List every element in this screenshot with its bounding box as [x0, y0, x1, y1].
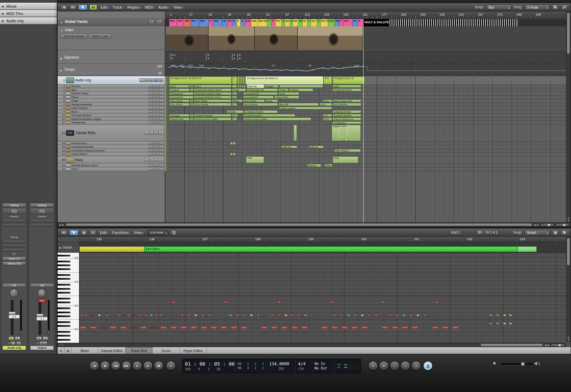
midi-note[interactable] [297, 314, 300, 316]
marker-pa[interactable]: PA [228, 19, 232, 26]
track-header-19[interactable]: 19EVP88 Electric PianoHRMS [58, 164, 165, 168]
track-header-8[interactable]: 8Cello SectionHRMS [58, 106, 165, 110]
link-icon[interactable] [69, 5, 76, 10]
black-key[interactable] [58, 335, 70, 337]
marker-ent[interactable]: ENT [169, 19, 177, 26]
track-s-button[interactable]: S [160, 146, 163, 148]
midi-note[interactable] [271, 326, 277, 329]
scroll-left-icon[interactable]: ◀ [544, 344, 546, 347]
rewind-button[interactable]: ◀◀ [111, 361, 120, 371]
region[interactable]: Tru [323, 114, 332, 117]
stop-button[interactable]: ■ [133, 361, 142, 371]
track-s-button[interactable]: S [160, 149, 163, 152]
pause-button[interactable]: ▮▮ [154, 361, 163, 371]
marker-c[interactable]: C [290, 19, 293, 26]
marker-ext-w[interactable]: EXT W [258, 19, 267, 26]
track-m-button[interactable]: M [156, 92, 160, 95]
region[interactable]: co S [319, 103, 332, 106]
midi-note[interactable] [261, 326, 267, 329]
marker-c[interactable]: C [317, 19, 321, 26]
midi-note[interactable] [340, 314, 343, 316]
track-header-7[interactable]: 7String EnsembleHRMS [58, 103, 165, 107]
track-s-button[interactable]: S [160, 164, 163, 167]
track-h-button[interactable]: H [148, 88, 152, 91]
black-key[interactable] [58, 302, 70, 303]
region[interactable]: Blues Organ (Mo [333, 99, 361, 103]
track-h-button[interactable]: H [148, 96, 152, 98]
global-tracks-bar[interactable]: Global Tracks + + [58, 18, 165, 26]
midi-note[interactable] [172, 301, 175, 303]
panel-midi-thru[interactable]: ▶MIDI Thru [0, 10, 57, 17]
marker-c[interactable]: C [267, 19, 271, 26]
region[interactable]: Basses [307, 164, 321, 167]
track-s-button[interactable]: S [160, 92, 163, 95]
black-key[interactable] [58, 321, 70, 323]
region[interactable] [339, 127, 348, 137]
midi-note[interactable] [151, 326, 156, 329]
track-m-button[interactable]: M [156, 103, 160, 106]
region[interactable]: Inst 1 [194, 85, 231, 88]
marker-col[interactable]: COL [251, 19, 258, 26]
midi-note[interactable] [243, 314, 246, 316]
track-s-button[interactable]: S [159, 158, 163, 162]
midi-note[interactable] [362, 326, 368, 329]
scroll-left-icon[interactable]: ◀ [59, 224, 61, 226]
marker-ext[interactable]: EXT [177, 19, 184, 26]
track-header-18[interactable]: 18HarpHRMS [58, 156, 165, 164]
track-s-button[interactable]: S [160, 168, 163, 171]
marker-dh[interactable]: DH [293, 19, 298, 26]
track-header-17[interactable]: 17extra strikersHRMS [58, 153, 165, 156]
mute-button[interactable]: M [36, 337, 42, 340]
track-r-button[interactable]: R [152, 99, 156, 102]
track-s-button[interactable]: S [160, 121, 163, 124]
region[interactable]: Chorused Electric Piano [194, 96, 231, 99]
midi-note[interactable] [171, 326, 177, 329]
region[interactable]: Harp [246, 156, 264, 163]
marker-ex[interactable]: EX [285, 19, 290, 26]
marker-exti[interactable]: EXTI [328, 19, 335, 26]
menu-audio[interactable]: Audio [157, 5, 171, 10]
black-key[interactable] [58, 278, 70, 280]
track-header-5[interactable]: 5PianoHRMS [58, 96, 165, 99]
region[interactable]: Chor [279, 92, 299, 95]
region[interactable]: Classical Ensem [244, 110, 278, 113]
track-header-13[interactable]: 13EXSTubular BellsHRMS [58, 125, 165, 142]
midi-note[interactable] [354, 314, 357, 316]
drag-dropdown[interactable]: X-Fade [524, 5, 550, 10]
track-s-button[interactable]: S [160, 117, 163, 120]
region[interactable]: Cl [232, 96, 237, 99]
automation-mode-button[interactable]: Off [2, 283, 26, 287]
region[interactable]: MIDI R [309, 146, 324, 149]
track-m-button[interactable]: M [156, 149, 160, 152]
horizontal-scrollbar[interactable]: ≡ ≡ ◀ ▶ [58, 343, 566, 347]
track-r-button[interactable]: R [152, 168, 156, 171]
send-slot[interactable] [2, 240, 26, 243]
track-h-button[interactable]: H [144, 78, 149, 82]
midi-note[interactable] [90, 326, 96, 329]
insert-slot[interactable] [2, 219, 26, 223]
detect-cuts-button[interactable]: Detect Cuts [89, 34, 111, 38]
track-r-button[interactable]: R [152, 107, 156, 110]
midi-note[interactable] [122, 314, 125, 316]
track-header-3[interactable]: 3BasHRMS [58, 88, 165, 92]
track-r-button[interactable]: R [152, 142, 156, 145]
menu-region[interactable]: Region [126, 5, 143, 10]
tab-sample-editor[interactable]: Sample Editor [99, 347, 126, 354]
black-key[interactable] [58, 268, 70, 270]
midi-note[interactable] [375, 314, 377, 316]
region[interactable] [233, 153, 236, 156]
track-h-button[interactable]: H [148, 114, 152, 117]
add-track-menu-button[interactable]: + [156, 19, 162, 24]
track-h-button[interactable]: H [144, 158, 149, 162]
black-key[interactable] [58, 331, 70, 333]
marker-pa[interactable]: PA [335, 19, 339, 26]
region[interactable]: Fr [190, 117, 194, 121]
record-button[interactable]: ● [166, 361, 176, 371]
region[interactable]: Soul Organ [194, 99, 231, 103]
midi-note[interactable] [496, 323, 499, 324]
black-key[interactable] [58, 315, 70, 317]
region[interactable] [230, 153, 233, 156]
scrollbar-thumb[interactable] [66, 223, 532, 226]
marker-fly[interactable]: FLY [275, 19, 282, 26]
track-h-button[interactable]: H [148, 142, 152, 145]
